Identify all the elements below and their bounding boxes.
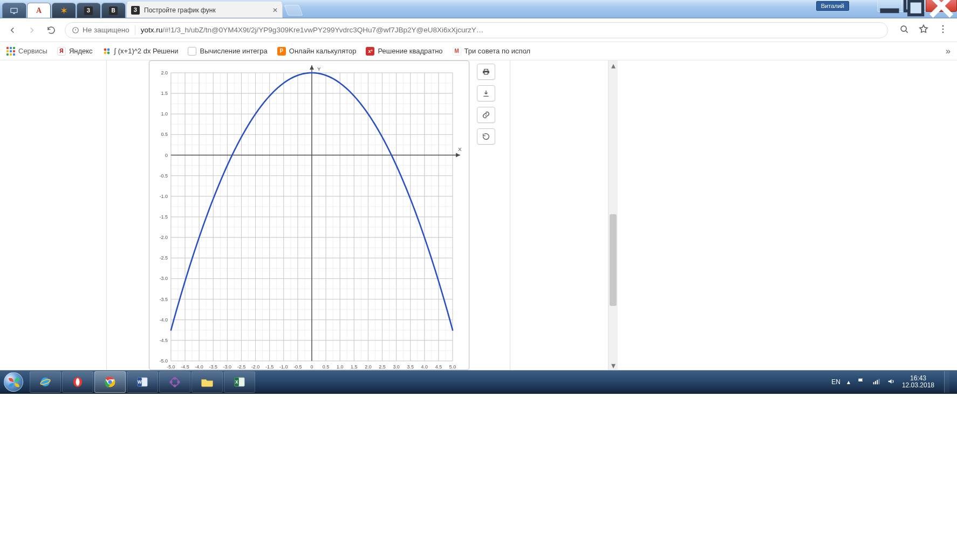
svg-point-4 <box>901 26 906 31</box>
link-button[interactable] <box>477 107 495 123</box>
scroll-down-icon[interactable]: ▾ <box>609 360 618 370</box>
tray-volume-icon[interactable] <box>887 377 896 387</box>
scroll-up-icon[interactable]: ▴ <box>609 60 618 70</box>
tray-date: 12.03.2018 <box>902 382 934 389</box>
pinned-tab-1[interactable] <box>2 3 26 18</box>
bookmark-label: Решение квадратно <box>378 47 442 55</box>
omnibox[interactable]: Не защищено yotx.ru/#!1/3_h/ubZ/tn@0YM4X… <box>65 22 888 38</box>
tabs-strip: A ✶ З B З Постройте график функ ✕ <box>0 0 301 18</box>
tray-language[interactable]: EN <box>831 378 840 386</box>
tray-network-icon[interactable] <box>872 377 880 387</box>
nav-forward-icon[interactable] <box>26 24 38 36</box>
svg-point-160 <box>41 378 50 386</box>
star-icon[interactable] <box>918 24 929 37</box>
pinned-tab-4[interactable]: З <box>77 3 100 18</box>
svg-text:Y: Y <box>317 66 321 72</box>
bookmark-favicon <box>188 47 196 56</box>
svg-text:4.5: 4.5 <box>435 364 442 370</box>
svg-point-9 <box>107 48 110 51</box>
scroll-thumb[interactable] <box>610 214 617 306</box>
svg-point-10 <box>104 51 106 54</box>
svg-text:-0.5: -0.5 <box>159 173 167 179</box>
svg-point-171 <box>177 381 180 383</box>
svg-rect-177 <box>873 382 874 384</box>
svg-text:-0.5: -0.5 <box>293 364 302 370</box>
svg-text:-5.0: -5.0 <box>167 364 175 370</box>
taskbar: W X EN ▴ 16:43 12.03.2018 <box>0 370 957 394</box>
start-button[interactable] <box>0 370 27 394</box>
apps-shortcut[interactable]: Сервисы <box>6 47 47 56</box>
bookmark-item-4[interactable]: x² Решение квадратно <box>366 47 442 56</box>
show-desktop-button[interactable] <box>944 371 949 393</box>
close-button[interactable] <box>926 0 957 12</box>
svg-text:0.5: 0.5 <box>323 364 329 370</box>
chart-tools <box>477 64 495 145</box>
pinned-tab-5[interactable]: B <box>101 3 125 18</box>
taskbar-ie[interactable] <box>30 371 61 393</box>
taskbar-chrome[interactable] <box>94 371 126 393</box>
zoom-icon[interactable] <box>899 24 910 37</box>
svg-text:0.5: 0.5 <box>161 132 167 137</box>
svg-text:-4.0: -4.0 <box>195 364 203 370</box>
bookmark-favicon: x² <box>366 47 374 56</box>
new-tab-button[interactable] <box>284 5 303 16</box>
svg-text:0: 0 <box>165 153 168 158</box>
share-button[interactable] <box>477 128 495 145</box>
taskbar-geogebra[interactable] <box>159 371 190 393</box>
bookmark-item-1[interactable]: ∫ (x+1)^2 dx Решени <box>102 47 179 56</box>
svg-text:3.0: 3.0 <box>393 364 399 370</box>
taskbar-opera[interactable] <box>62 371 93 393</box>
tray-clock[interactable]: 16:43 12.03.2018 <box>902 375 934 389</box>
svg-text:-4.0: -4.0 <box>159 317 167 323</box>
svg-text:X: X <box>235 380 238 385</box>
taskbar-excel[interactable]: X <box>224 371 255 393</box>
bookmarks-overflow[interactable]: » <box>946 46 951 56</box>
svg-text:2.5: 2.5 <box>379 364 385 370</box>
scrollbar-vertical[interactable]: ▴ ▾ <box>608 60 618 370</box>
tab-close-icon[interactable]: ✕ <box>272 6 278 14</box>
svg-text:-2.5: -2.5 <box>159 255 167 261</box>
svg-text:-4.5: -4.5 <box>159 338 167 343</box>
maximize-button[interactable] <box>901 0 926 12</box>
svg-point-6 <box>942 28 944 30</box>
bookmark-item-5[interactable]: M Три совета по испол <box>453 47 531 56</box>
svg-rect-178 <box>875 381 876 384</box>
svg-text:-4.5: -4.5 <box>181 364 189 370</box>
bookmark-item-0[interactable]: Я Яндекс <box>57 47 93 56</box>
omnibox-divider <box>135 25 135 35</box>
bookmark-item-2[interactable]: Вычисление интегра <box>188 47 267 56</box>
bookmark-label: Вычисление интегра <box>200 47 267 55</box>
download-button[interactable] <box>477 85 495 101</box>
svg-text:2.0: 2.0 <box>161 70 167 76</box>
print-button[interactable] <box>477 64 495 80</box>
bookmark-label: Онлайн калькулятор <box>289 47 357 55</box>
svg-text:-3.5: -3.5 <box>209 364 217 370</box>
address-bar: Не защищено yotx.ru/#!1/3_h/ubZ/tn@0YM4X… <box>0 18 957 42</box>
bookmark-item-3[interactable]: P Онлайн калькулятор <box>277 47 357 56</box>
taskbar-explorer[interactable] <box>192 371 223 393</box>
tray-chevron-up-icon[interactable]: ▴ <box>847 378 850 386</box>
taskbar-word[interactable]: W <box>127 371 158 393</box>
svg-point-165 <box>108 380 112 384</box>
pinned-tab-3[interactable]: ✶ <box>52 3 76 18</box>
profile-chip[interactable]: Виталий <box>816 1 849 11</box>
page-viewport: YX2.01.51.00.50-0.5-1.0-1.5-2.0-2.5-3.0-… <box>0 60 957 370</box>
svg-text:-1.0: -1.0 <box>159 194 167 199</box>
pinned-tab-2[interactable]: A <box>27 3 51 18</box>
nav-back-icon[interactable] <box>6 24 18 36</box>
minimize-button[interactable] <box>877 0 902 12</box>
window-titlebar: A ✶ З B З Постройте график функ ✕ Витали… <box>0 0 957 18</box>
bookmarks-bar: Сервисы Я Яндекс ∫ (x+1)^2 dx Решени Выч… <box>0 42 957 60</box>
bookmark-favicon: Я <box>57 47 66 56</box>
tray-flag-icon[interactable] <box>857 377 865 387</box>
bookmark-favicon <box>102 47 111 56</box>
address-actions <box>899 24 948 37</box>
active-tab[interactable]: З Постройте график функ ✕ <box>126 2 283 18</box>
chart-panel: YX2.01.51.00.50-0.5-1.0-1.5-2.0-2.5-3.0-… <box>149 60 469 370</box>
svg-text:-5.0: -5.0 <box>159 358 167 364</box>
chart-svg: YX2.01.51.00.50-0.5-1.0-1.5-2.0-2.5-3.0-… <box>149 61 469 370</box>
reload-icon[interactable] <box>45 24 57 36</box>
svg-point-163 <box>76 378 80 386</box>
active-tab-title: Постройте график функ <box>144 6 216 14</box>
menu-icon[interactable] <box>938 24 948 37</box>
